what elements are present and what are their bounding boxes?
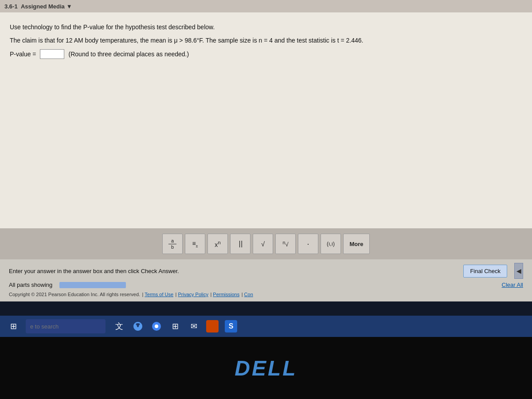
answer-top-row: Enter your answer in the answer box and … (9, 263, 523, 279)
instruction-text: Enter your answer in the answer box and … (9, 268, 229, 274)
p-value-input[interactable] (40, 49, 64, 59)
superscript-button[interactable]: xn (207, 234, 228, 254)
taskbar-app-mail[interactable]: ✉ (185, 318, 202, 335)
progress-bar (59, 282, 126, 288)
p-value-row: P-value = (Round to three decimal places… (10, 49, 522, 59)
more-label: More (349, 241, 363, 247)
terms-link[interactable]: Terms of Use (145, 292, 173, 297)
nth-root-button[interactable]: n√ (275, 234, 296, 254)
taskbar-app-chrome[interactable] (148, 318, 165, 335)
taskbar-app-orange[interactable] (204, 318, 221, 335)
cont-link[interactable]: Con (244, 292, 253, 297)
question-line2: The claim is that for 12 AM body tempera… (10, 35, 522, 45)
privacy-link[interactable]: Privacy Policy (178, 292, 208, 297)
final-check-button[interactable]: Final Check (463, 265, 507, 278)
question-line1: Use technology to find the P-value for t… (10, 22, 522, 32)
sqrt-button[interactable]: √ (253, 234, 273, 254)
windows-button[interactable]: ⊞ (4, 317, 22, 335)
equiv-button[interactable]: ≡± (185, 234, 205, 254)
inner-content: Use technology to find the P-value for t… (0, 18, 532, 59)
math-symbol-bar: a b ≡± xn | | √ n√ · (0, 228, 532, 259)
svg-point-1 (155, 325, 158, 328)
header-bar: 3.6-1 Assigned Media ▼ (0, 0, 532, 12)
all-parts-label: All parts showing (9, 282, 52, 288)
p-value-label: P-value = (10, 51, 36, 58)
dell-area: DELL (0, 337, 532, 399)
p-value-instruction: (Round to three decimal places as needed… (69, 51, 189, 58)
edge-icon (133, 321, 143, 332)
answer-bottom: Enter your answer in the answer box and … (0, 259, 532, 301)
dot-button[interactable]: · (298, 234, 318, 254)
copyright-text: Copyright © 2021 Pearson Education Inc. … (9, 292, 140, 297)
permissions-link[interactable]: Permissions (213, 292, 239, 297)
abs-button[interactable]: | | (230, 234, 250, 254)
dark-area: ⊞ 文 ⊞ ✉ (0, 301, 532, 399)
page-wrapper: 3.6-1 Assigned Media ▼ Use technology to… (0, 0, 532, 399)
dropdown-arrow[interactable]: ▼ (66, 3, 72, 10)
copyright-row: Copyright © 2021 Pearson Education Inc. … (9, 290, 523, 298)
interval-button[interactable]: (ı,ı) (321, 234, 341, 254)
orange-app-icon (206, 320, 219, 332)
taskbar: ⊞ 文 ⊞ ✉ (0, 316, 532, 337)
dell-logo: DELL (235, 356, 297, 380)
header-title: 3.6-1 (4, 3, 18, 10)
more-button[interactable]: More (343, 234, 370, 254)
clear-all-link[interactable]: Clear All (502, 282, 523, 288)
answer-bottom-row: All parts showing Clear All (9, 282, 523, 288)
taskbar-app-s[interactable]: S (223, 318, 239, 335)
taskbar-app-grid[interactable]: ⊞ (167, 318, 184, 335)
taskbar-app-edge[interactable] (129, 318, 146, 335)
chrome-icon (151, 321, 162, 332)
s-app-icon: S (225, 320, 237, 332)
content-wrapper: 3.6-1 Assigned Media ▼ Use technology to… (0, 0, 532, 301)
taskbar-icons: 文 ⊞ ✉ S (111, 318, 239, 335)
taskbar-search-input[interactable] (26, 319, 106, 333)
dropdown-label[interactable]: Assigned Media (21, 3, 65, 10)
collapse-button[interactable]: ◀ (514, 263, 523, 279)
taskbar-app-hiragana[interactable]: 文 (111, 318, 128, 335)
fraction-button[interactable]: a b (162, 234, 183, 254)
